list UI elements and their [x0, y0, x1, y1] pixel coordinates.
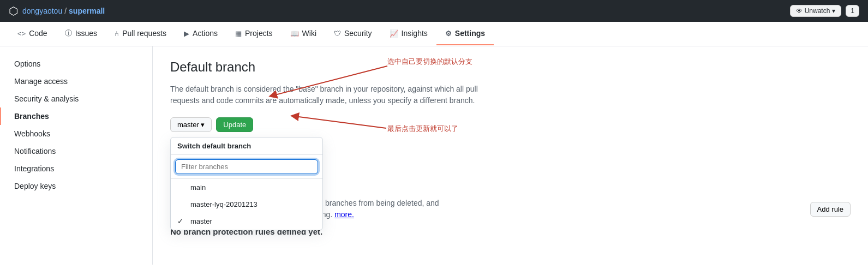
dropdown-container: master ▾ Switch default branch main mast… — [170, 117, 212, 132]
sidebar-item-security-analysis[interactable]: Security & analysis — [0, 90, 152, 107]
org-name[interactable]: dongyaotou — [22, 7, 62, 15]
sidebar-item-manage-access-label: Manage access — [14, 77, 68, 86]
tab-actions-label: Actions — [193, 29, 218, 38]
tab-pull-requests[interactable]: ⑃ Pull requests — [106, 22, 175, 45]
more-link[interactable]: more. — [334, 210, 354, 219]
branch-name-master: master — [190, 217, 316, 225]
branch-name-main: main — [190, 183, 316, 192]
issues-icon: ⓘ — [65, 28, 72, 38]
tab-settings[interactable]: ⚙ Settings — [436, 22, 494, 45]
sidebar-item-notifications-label: Notifications — [14, 147, 56, 156]
tab-actions[interactable]: ▶ Actions — [175, 22, 226, 45]
main-layout: Options Manage access Security & analysi… — [0, 46, 868, 265]
tab-code[interactable]: <> Code — [9, 22, 56, 45]
shield-icon: 🛡 — [334, 29, 341, 38]
watch-count: 1 — [846, 5, 859, 17]
page-title: Default branch — [170, 59, 851, 75]
sidebar-item-notifications[interactable]: Notifications — [0, 142, 152, 160]
tab-projects-label: Projects — [245, 29, 273, 38]
sidebar-item-manage-access[interactable]: Manage access — [0, 73, 152, 90]
branch-item-master-lyq[interactable]: master-lyq-20201213 — [171, 196, 322, 213]
branch-name-master-lyq: master-lyq-20201213 — [190, 200, 316, 208]
separator: / — [64, 7, 67, 15]
nav-tabs: <> Code ⓘ Issues ⑃ Pull requests ▶ Actio… — [0, 22, 868, 46]
tab-pr-label: Pull requests — [122, 29, 166, 38]
sidebar-item-webhooks-label: Webhooks — [14, 129, 50, 138]
pr-icon: ⑃ — [115, 29, 119, 38]
sidebar-item-deploy-keys-label: Deploy keys — [14, 182, 56, 190]
description-main: The default branch is considered the "ba… — [170, 85, 478, 105]
watch-button[interactable]: 👁 Unwatch ▾ — [790, 5, 842, 17]
tab-insights[interactable]: 📈 Insights — [381, 22, 436, 45]
projects-icon: ▦ — [235, 29, 242, 38]
tab-security-label: Security — [344, 29, 372, 38]
sidebar-item-branches-label: Branches — [14, 112, 49, 121]
actions-icon: ▶ — [184, 29, 189, 38]
tab-issues[interactable]: ⓘ Issues — [56, 22, 106, 46]
repo-name[interactable]: supermall — [69, 7, 105, 15]
wiki-icon: 📖 — [290, 29, 299, 38]
sidebar-item-integrations[interactable]: Integrations — [0, 160, 152, 177]
sidebar-item-integrations-label: Integrations — [14, 164, 54, 173]
sidebar-item-security-analysis-label: Security & analysis — [14, 94, 79, 103]
dropdown-header: Switch default branch — [171, 138, 322, 155]
tab-insights-label: Insights — [402, 29, 428, 38]
sidebar-item-options[interactable]: Options — [0, 55, 152, 73]
tab-code-label: Code — [29, 29, 47, 38]
description-text: The default branch is considered the "ba… — [170, 83, 498, 106]
tab-wiki-label: Wiki — [302, 29, 316, 38]
branch-controls: master ▾ Switch default branch main mast… — [170, 117, 851, 132]
master-branch-button[interactable]: master ▾ — [170, 117, 212, 132]
add-rule-button[interactable]: Add rule — [810, 202, 851, 217]
repo-title: dongyaotou / supermall — [22, 7, 105, 15]
update-button[interactable]: Update — [216, 117, 253, 132]
check-icon-master: ✓ — [177, 217, 186, 225]
branch-item-master[interactable]: ✓ master — [171, 213, 322, 230]
insights-icon: 📈 — [390, 29, 398, 38]
topbar-right: 👁 Unwatch ▾ 1 — [790, 5, 859, 17]
octocat-icon: ⬡ — [9, 4, 18, 17]
tab-wiki[interactable]: 📖 Wiki — [282, 22, 325, 45]
tab-issues-label: Issues — [75, 29, 97, 38]
sidebar-item-options-label: Options — [14, 59, 40, 68]
topbar: ⬡ dongyaotou / supermall 👁 Unwatch ▾ 1 — [0, 0, 868, 22]
branch-item-main[interactable]: main — [171, 179, 322, 196]
topbar-left: ⬡ dongyaotou / supermall — [9, 4, 105, 17]
tab-settings-label: Settings — [455, 29, 485, 38]
sidebar: Options Manage access Security & analysi… — [0, 46, 153, 265]
content-area: 选中自己要切换的默认分支 最后点击更新就可以了 Default branch T… — [153, 46, 868, 265]
eye-icon: 👁 — [796, 7, 803, 15]
code-icon: <> — [17, 29, 26, 38]
sidebar-item-deploy-keys[interactable]: Deploy keys — [0, 177, 152, 195]
gear-icon: ⚙ — [445, 29, 452, 38]
tab-security[interactable]: 🛡 Security — [325, 22, 381, 45]
tab-projects[interactable]: ▦ Projects — [226, 22, 282, 45]
sidebar-item-branches[interactable]: Branches — [0, 107, 152, 125]
chevron-down-icon: ▾ — [832, 7, 835, 15]
watch-label: Unwatch — [805, 7, 830, 15]
master-branch-label: master ▾ — [177, 121, 205, 129]
sidebar-item-webhooks[interactable]: Webhooks — [0, 125, 152, 142]
branch-filter-input[interactable] — [175, 159, 318, 174]
branch-dropdown: Switch default branch main master-lyq-20… — [170, 137, 323, 230]
dropdown-search — [171, 155, 322, 179]
